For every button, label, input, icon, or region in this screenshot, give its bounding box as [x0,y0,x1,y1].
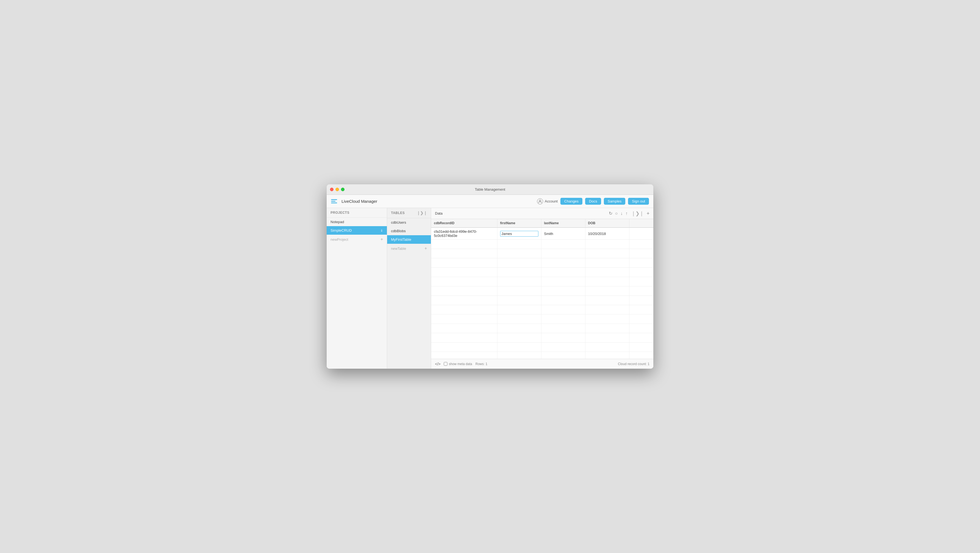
cloud-record-count: Cloud record count: 1 [618,362,649,366]
table-item-label: MyFirstTable [391,237,411,242]
cell-empty [585,333,629,343]
meta-checkbox-label[interactable]: show meta data [444,362,472,366]
cell-empty [497,287,541,296]
traffic-lights [330,188,345,191]
svg-point-0 [539,200,541,202]
col-header-dob: DOB [585,219,629,228]
cell-empty [431,305,497,314]
cell-empty [629,296,653,305]
cloud-download-icon[interactable]: ↓ [620,211,622,216]
new-table-item[interactable]: newTable + [387,244,431,253]
cell-empty [585,324,629,333]
col-header-cdbrecordid: cdbRecordID [431,219,497,228]
data-actions: ↻ ○ ↓ ↑ ❘❯❘ + [609,210,649,217]
cell-empty [541,324,585,333]
cell-empty [497,314,541,324]
cell-empty [541,305,585,314]
data-table: cdbRecordID firstName lastName DOB [431,219,653,359]
main-content: Projects Notepad SimpleCRUD ⇓ newProject… [327,208,653,369]
minimize-button[interactable] [336,188,339,191]
cell-empty [585,277,629,287]
cell-empty [541,277,585,287]
cell-empty [497,249,541,258]
account-area: Account [537,198,558,204]
docs-button[interactable]: Docs [585,198,601,205]
cell-empty [497,240,541,249]
search-icon[interactable]: ○ [615,211,618,216]
cell-empty [585,343,629,352]
table-row-empty [431,324,653,333]
cell-empty [541,343,585,352]
cell-empty [629,249,653,258]
table-row-empty [431,314,653,324]
signout-button[interactable]: Sign out [628,198,649,205]
add-table-icon[interactable]: + [425,246,427,251]
app-title: LiveCloud Manager [342,199,534,204]
show-meta-checkbox[interactable] [444,362,447,366]
new-project-item[interactable]: newProject + [327,235,387,244]
cell-empty [541,249,585,258]
logo-bar-3 [331,202,337,203]
sidebar-item-notepad[interactable]: Notepad [327,218,387,226]
cell-empty [585,258,629,268]
cell-empty [629,352,653,359]
close-button[interactable] [330,188,334,191]
new-project-label: newProject [331,237,348,242]
table-item-label: cdbUsers [391,220,406,225]
download-icon: ⇓ [380,229,383,233]
projects-sidebar: Projects Notepad SimpleCRUD ⇓ newProject… [327,208,387,369]
fullscreen-button[interactable] [341,188,345,191]
account-icon [537,198,543,204]
table-item-cdbblobs[interactable]: cdbBlobs [387,227,431,235]
refresh-icon[interactable]: ↻ [609,211,612,216]
cell-empty [541,314,585,324]
cloud-upload-icon[interactable]: ↑ [625,211,627,216]
data-panel-title: Data [435,211,442,215]
cell-empty [431,324,497,333]
cell-empty [585,314,629,324]
projects-header: Projects [327,208,387,218]
cell-empty [431,296,497,305]
add-row-button[interactable]: + [646,211,649,216]
cell-empty [629,240,653,249]
samples-button[interactable]: Samples [604,198,625,205]
cell-empty [629,333,653,343]
table-row-empty [431,249,653,258]
table-item-cdbusers[interactable]: cdbUsers [387,218,431,227]
cell-empty [541,352,585,359]
add-project-icon[interactable]: + [380,237,383,242]
cell-empty [629,314,653,324]
tables-sidebar: Tables ❘❯❘ cdbUsers cdbBlobs MyFirstTabl… [387,208,431,369]
table-row-empty [431,268,653,277]
cell-empty [497,343,541,352]
sidebar-item-simplecrud[interactable]: SimpleCRUD ⇓ [327,226,387,235]
collapse-icon[interactable]: ❘❯❘ [417,211,427,215]
table-row-empty [431,240,653,249]
changes-button[interactable]: Changes [560,198,582,205]
app-logo-icon [331,199,337,203]
cell-empty [431,352,497,359]
firstname-input[interactable] [500,231,538,237]
cell-empty [431,314,497,324]
col-header-lastname: lastName [541,219,585,228]
table-header-row: cdbRecordID firstName lastName DOB [431,219,653,228]
cell-empty [497,258,541,268]
cell-empty [629,277,653,287]
cell-empty [585,249,629,258]
cell-firstname[interactable] [497,228,541,240]
cell-empty [431,333,497,343]
table-item-myfirsttable[interactable]: MyFirstTable [387,235,431,244]
cell-empty [497,277,541,287]
cell-empty [585,287,629,296]
cell-recordid: cfa31edd-6dcd-499e-8470-5c0c6374bd3e [431,228,497,240]
cell-empty [541,333,585,343]
cell-empty [585,240,629,249]
table-item-label: cdbBlobs [391,229,406,233]
new-table-label: newTable [391,247,406,251]
code-icon[interactable]: </> [435,362,441,366]
data-area: Data ↻ ○ ↓ ↑ ❘❯❘ + [431,208,653,369]
cell-empty [431,249,497,258]
cell-empty [629,258,653,268]
account-label: Account [545,199,558,203]
toolbar-right: Account Changes Docs Samples Sign out [537,198,649,205]
